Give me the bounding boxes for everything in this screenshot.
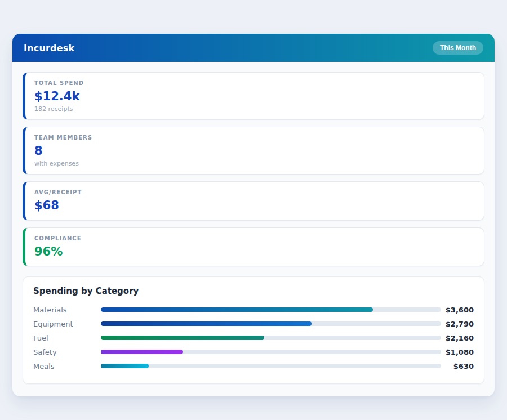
bar-track — [101, 364, 441, 368]
app-header: Incurdesk This Month — [12, 34, 495, 62]
category-row-meals: Meals $630 — [33, 359, 474, 373]
category-value: $1,080 — [441, 348, 474, 356]
category-label: Meals — [33, 362, 101, 370]
category-label: Materials — [33, 306, 101, 314]
stat-card-compliance: COMPLIANCE 96% — [23, 227, 484, 266]
stat-value: $12.4k — [34, 90, 475, 104]
stat-label: COMPLIANCE — [34, 235, 475, 242]
bar-track — [101, 336, 441, 340]
stat-value: 8 — [34, 144, 475, 158]
category-label: Equipment — [33, 320, 101, 328]
bar-fill-safety — [101, 350, 183, 354]
stat-label: AVG/RECEIPT — [34, 189, 475, 195]
spending-by-category-card: Spending by Category Materials $3,600 Eq… — [23, 276, 484, 384]
category-value: $2,160 — [441, 334, 474, 342]
dashboard-panel: Incurdesk This Month TOTAL SPEND $12.4k … — [12, 34, 495, 396]
bar-fill-fuel — [101, 336, 264, 340]
bar-fill-materials — [101, 307, 373, 312]
stat-card-team-members: TEAM MEMBERS 8 with expenses — [23, 127, 484, 175]
category-row-safety: Safety $1,080 — [33, 345, 474, 359]
stat-value: 96% — [34, 245, 475, 259]
bar-track — [101, 350, 441, 354]
category-value: $2,790 — [441, 320, 474, 328]
content-area: TOTAL SPEND $12.4k 182 receipts TEAM MEM… — [12, 62, 495, 384]
category-row-materials: Materials $3,600 — [33, 303, 474, 317]
bar-fill-meals — [101, 364, 149, 368]
category-row-fuel: Fuel $2,160 — [33, 331, 474, 345]
stat-card-avg-receipt: AVG/RECEIPT $68 — [23, 181, 484, 220]
app-title: Incurdesk — [24, 43, 74, 53]
stat-label: TEAM MEMBERS — [34, 135, 475, 141]
bar-track — [101, 307, 441, 312]
stat-subtitle: with expenses — [34, 160, 475, 167]
bar-fill-equipment — [101, 321, 312, 326]
category-value: $3,600 — [441, 306, 474, 314]
category-row-equipment: Equipment $2,790 — [33, 317, 474, 331]
category-label: Safety — [33, 348, 101, 356]
category-value: $630 — [441, 362, 474, 370]
section-title: Spending by Category — [33, 286, 474, 296]
stat-card-total-spend: TOTAL SPEND $12.4k 182 receipts — [23, 72, 484, 120]
stat-value: $68 — [34, 199, 475, 213]
category-label: Fuel — [33, 334, 101, 342]
stat-label: TOTAL SPEND — [34, 80, 475, 86]
period-badge[interactable]: This Month — [433, 41, 483, 55]
bar-track — [101, 321, 441, 326]
stat-subtitle: 182 receipts — [34, 105, 475, 113]
